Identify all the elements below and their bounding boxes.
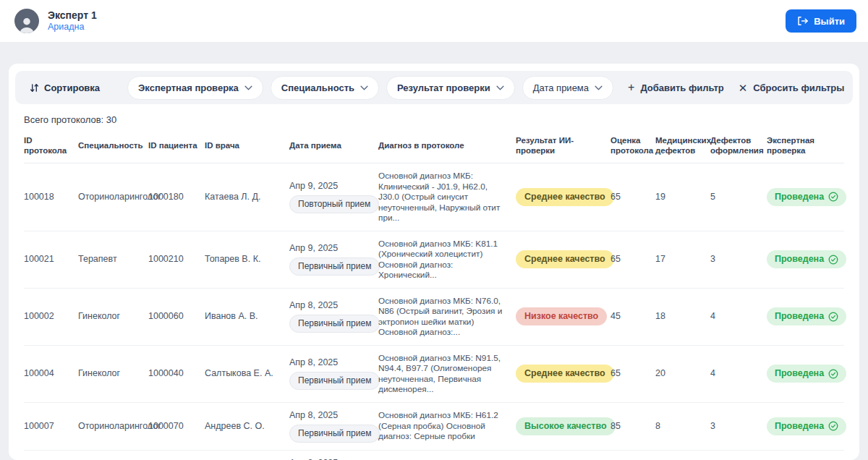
specialty-cell: Оториноларинголог [78, 402, 148, 450]
filter-expert-check[interactable]: Экспертная проверка [127, 76, 263, 100]
table-row[interactable]: 100009 Оториноларинголог 1000090 Андреев… [24, 450, 844, 460]
sort-label: Сортировка [44, 82, 100, 93]
date-cell: Апр 8, 2025 Первичный прием [289, 288, 378, 345]
person-icon [17, 14, 36, 33]
date-cell: Апр 8, 2025 Первичный прием [289, 402, 378, 450]
close-icon: ✕ [739, 82, 748, 93]
med-defects-cell: 19 [655, 163, 710, 231]
total-protocols-label: Всего протоколов: 30 [24, 114, 859, 125]
score-cell: 65 [610, 231, 655, 288]
logout-button[interactable]: Выйти [786, 9, 856, 33]
date-cell: Апр 9, 2025 Повторный прием [289, 163, 378, 231]
format-defects-cell: 3 [710, 231, 767, 288]
reset-filters-label: Сбросить фильтры [753, 82, 844, 93]
date-text: Апр 9, 2025 [289, 181, 373, 192]
table-row[interactable]: 100021 Терапевт 1000210 Топарев В. К. Ап… [24, 231, 844, 288]
protocols-card: Сортировка Экспертная проверка Специальн… [9, 64, 859, 460]
chevron-down-icon [244, 85, 252, 90]
doctor-cell: Андреев С. О. [205, 450, 289, 460]
med-defects-cell: 8 [655, 402, 710, 450]
med-defects-cell: 20 [655, 345, 710, 402]
col-ai-result: Результат ИИ-проверки [516, 125, 610, 163]
protocol-id-cell: 100009 [24, 450, 78, 460]
med-defects-cell: 15 [655, 450, 710, 460]
ai-result-cell: Среднее качество [516, 450, 610, 460]
patient-id-cell: 1000070 [148, 402, 205, 450]
col-med-defects: Медицинских дефектов [655, 125, 710, 163]
sort-button[interactable]: Сортировка [25, 82, 104, 93]
ai-result-badge: Среднее качество [516, 250, 614, 268]
table-header-row: ID протокола Специальность ID пациента I… [24, 125, 844, 163]
patient-id-cell: 1000060 [148, 288, 205, 345]
specialty-cell: Гинеколог [78, 345, 148, 402]
specialty-cell: Оториноларинголог [78, 450, 148, 460]
table-row[interactable]: 100007 Оториноларинголог 1000070 Андреев… [24, 402, 844, 450]
logout-label: Выйти [814, 16, 845, 27]
specialty-cell: Оториноларинголог [78, 163, 148, 231]
doctor-cell: Катаева Л. Д. [205, 163, 289, 231]
filter-date-select[interactable]: Дата приема [522, 76, 613, 100]
date-text: Апр 8, 2025 [289, 458, 373, 460]
date-text: Апр 8, 2025 [289, 410, 373, 421]
user-subname-link[interactable]: Ариадна [48, 22, 97, 33]
date-text: Апр 8, 2025 [289, 357, 373, 368]
protocol-id-cell: 100018 [24, 163, 78, 231]
sort-arrows-icon [30, 83, 39, 93]
expert-check-cell: Проведена [767, 288, 844, 345]
specialty-cell: Гинеколог [78, 288, 148, 345]
score-cell: 65 [610, 163, 655, 231]
table-row[interactable]: 100018 Оториноларинголог 1000180 Катаева… [24, 163, 844, 231]
logout-icon [797, 16, 808, 26]
diagnosis-cell: Основной диагноз МКБ: Клинический - J01.… [378, 163, 516, 231]
table-body: 100018 Оториноларинголог 1000180 Катаева… [24, 163, 844, 460]
patient-id-cell: 1000210 [148, 231, 205, 288]
format-defects-cell: 3 [710, 402, 767, 450]
protocol-id-cell: 100021 [24, 231, 78, 288]
col-protocol-id: ID протокола [24, 125, 78, 163]
ai-result-badge: Среднее качество [516, 365, 614, 383]
ai-result-cell: Среднее качество [516, 231, 610, 288]
ai-result-cell: Высокое качество [516, 402, 610, 450]
specialty-cell: Терапевт [78, 231, 148, 288]
doctor-cell: Андреев С. О. [205, 402, 289, 450]
chevron-down-icon [496, 85, 504, 90]
expert-check-cell: Проведена [767, 345, 844, 402]
chevron-down-icon [595, 85, 603, 90]
expert-check-cell: Проведена [767, 450, 844, 460]
score-cell: 85 [610, 402, 655, 450]
doctor-cell: Салтыкова Е. А. [205, 345, 289, 402]
patient-id-cell: 1000090 [148, 450, 205, 460]
diagnosis-cell: Основной диагноз МКБ: N91.5, N94.4, B97.… [378, 345, 516, 402]
col-format-defects: Дефектов оформления [710, 125, 767, 163]
ai-result-badge: Среднее качество [516, 188, 614, 206]
table-row[interactable]: 100004 Гинеколог 1000040 Салтыкова Е. А.… [24, 345, 844, 402]
expert-check-cell: Проведена [767, 231, 844, 288]
check-circle-icon [828, 255, 838, 265]
filter-result[interactable]: Результат проверки [386, 76, 515, 100]
check-circle-icon [828, 421, 838, 431]
reset-filters-button[interactable]: ✕ Сбросить фильтры [739, 82, 845, 93]
expert-check-badge: Проведена [767, 250, 846, 268]
col-doctor-id: ID врача [205, 125, 289, 163]
expert-check-label: Проведена [775, 421, 824, 432]
chevron-down-icon [360, 85, 368, 90]
filter-specialty[interactable]: Специальность [271, 76, 379, 100]
filter-date-label: Дата приема [533, 82, 589, 93]
visit-type-badge: Первичный прием [289, 425, 380, 443]
score-cell: 65 [610, 345, 655, 402]
filter-bar: Сортировка Экспертная проверка Специальн… [15, 71, 853, 104]
table-row[interactable]: 100002 Гинеколог 1000060 Иванов А. В. Ап… [24, 288, 844, 345]
ai-result-cell: Низкое качество [516, 288, 610, 345]
diagnosis-cell: Основной диагноз МКБ: K81.1 (Хронический… [378, 231, 516, 288]
col-date: Дата приема [289, 125, 378, 163]
diagnosis-cell: Основной диагноз МКБ: S00.3, S02.2 (Пове… [378, 450, 516, 460]
expert-check-badge: Проведена [767, 188, 846, 206]
add-filter-button[interactable]: + Добавить фильтр [628, 82, 724, 93]
patient-id-cell: 1000040 [148, 345, 205, 402]
date-text: Апр 9, 2025 [289, 243, 373, 254]
med-defects-cell: 18 [655, 288, 710, 345]
check-circle-icon [828, 312, 838, 322]
patient-id-cell: 1000180 [148, 163, 205, 231]
format-defects-cell: 4 [710, 288, 767, 345]
protocols-table: ID протокола Специальность ID пациента I… [24, 125, 844, 460]
